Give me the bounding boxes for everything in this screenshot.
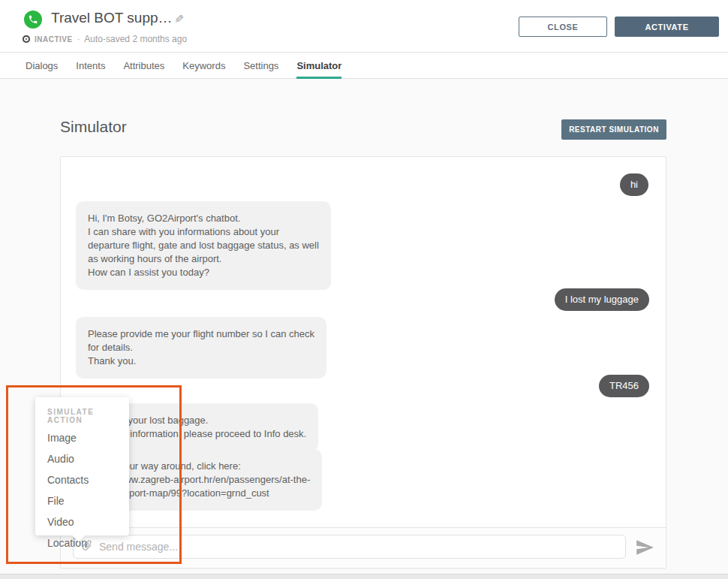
tab-dialogs[interactable]: Dialogs	[17, 53, 67, 79]
chat-panel: hi Hi, I'm Botsy, GO2Airport's chatbot. …	[60, 156, 666, 568]
bot-title: Travel BOT supp…	[51, 10, 173, 26]
tab-simulator[interactable]: Simulator	[287, 53, 350, 79]
whatsapp-icon	[24, 11, 42, 29]
tab-intents[interactable]: Intents	[67, 53, 114, 79]
menu-item-image[interactable]: Image	[35, 427, 129, 448]
menu-title: SIMULATE ACTION	[35, 397, 129, 427]
restart-simulation-button[interactable]: RESTART SIMULATION	[561, 119, 666, 140]
status-row: INACTIVE · Auto-saved 2 months ago	[23, 34, 187, 44]
tab-bar: Dialogs Intents Attributes Keywords Sett…	[0, 53, 728, 79]
menu-item-audio[interactable]: Audio	[35, 448, 129, 469]
activate-button[interactable]: ACTIVATE	[615, 17, 719, 37]
autosave-text: Auto-saved 2 months ago	[84, 34, 187, 44]
tab-keywords[interactable]: Keywords	[173, 53, 234, 79]
chat-bubble-user: TR456	[599, 375, 649, 397]
composer-bar	[61, 527, 666, 568]
menu-item-location[interactable]: Location	[35, 532, 129, 553]
close-button[interactable]: CLOSE	[519, 17, 607, 37]
app-window: Travel BOT supp… ✎ INACTIVE · Auto-saved…	[0, 0, 728, 579]
menu-item-contacts[interactable]: Contacts	[35, 469, 129, 490]
bottom-scrollbar-strip[interactable]	[0, 574, 728, 579]
chat-bubble-user: I lost my luggage	[555, 288, 649, 311]
send-icon[interactable]	[635, 538, 654, 560]
menu-item-file[interactable]: File	[35, 490, 129, 511]
chat-bubble-user: hi	[620, 173, 648, 196]
menu-item-video[interactable]: Video	[35, 511, 129, 532]
tab-attributes[interactable]: Attributes	[114, 53, 173, 79]
message-input[interactable]	[99, 535, 625, 558]
page-title: Simulator	[60, 118, 127, 136]
status-badge: INACTIVE	[35, 35, 73, 44]
chat-bubble-bot: Hi, I'm Botsy, GO2Airport's chatbot. I c…	[76, 201, 331, 290]
pencil-icon[interactable]: ✎	[172, 14, 185, 24]
chat-bubble-bot: Please provide me your flight number so …	[76, 317, 326, 378]
message-input-wrapper	[73, 535, 626, 559]
simulate-action-menu: SIMULATE ACTION Image Audio Contacts Fil…	[35, 397, 129, 535]
separator-dot: ·	[77, 35, 80, 44]
inactive-dot-icon	[23, 35, 30, 43]
tab-settings[interactable]: Settings	[234, 53, 287, 79]
header-bar: Travel BOT supp… ✎ INACTIVE · Auto-saved…	[0, 0, 728, 53]
